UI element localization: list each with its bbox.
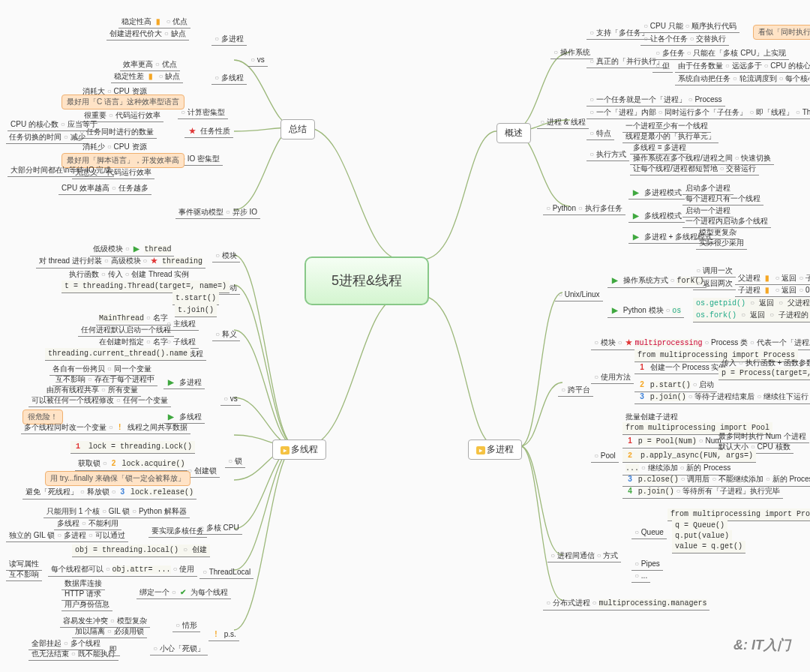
tl4[interactable]: 每个线程都可以 ○ obj.attr= ... ○ 使用 <box>48 563 197 577</box>
pm2[interactable]: os.fork() ○ 返回 ○ 子进程的 ID <box>693 310 810 322</box>
mp-pymod[interactable]: ▶ Python 模块 ○ os <box>608 304 684 318</box>
ov-proc-thread[interactable]: ○ 进程 & 线程 <box>537 116 589 129</box>
ov-par1[interactable]: ○ 多任务 ○ 只能在「多核 CPU」上实现 <box>652 47 789 60</box>
th-cur1[interactable]: threading.current_thread().name <box>45 348 190 361</box>
fk1[interactable]: ○ 调用一次 <box>693 265 736 278</box>
ci-cpu[interactable]: CPU 的核心数 ○ 应当等于 <box>8 118 100 131</box>
ov-ex3[interactable]: 让每个线程/进程都短暂地 ○ 交替运行 <box>630 163 759 176</box>
th-lock1[interactable]: 1 lock = threading.Lock() <box>70 441 195 454</box>
th-m2[interactable]: 对 thread 进行封装 ○ 高级模块 ○ ★ threading <box>36 255 206 268</box>
th-module[interactable]: ○ 模块 <box>212 250 240 262</box>
summary-vs[interactable]: ○ vs <box>248 54 268 67</box>
branch-thread[interactable]: ▸多线程 <box>272 440 326 460</box>
ps-sit[interactable]: ○ 情形 <box>172 620 200 632</box>
summary-task-nature[interactable]: ★ 任务性质 <box>184 125 233 138</box>
ov-cpu2[interactable]: ○ 让各个任务 ○ 交替执行 <box>640 33 729 46</box>
gil4[interactable]: 独立的 GIL 锁 ○ 多进程 ○ 可以通过 <box>6 530 128 542</box>
th-s3[interactable]: t.start() <box>172 292 219 305</box>
th-danger[interactable]: 多个线程同时改一个变量 ○ ! 线程之间共享数据 <box>21 422 190 434</box>
th-ps[interactable]: ! p.s. <box>208 628 239 641</box>
mp-pool[interactable]: ○ Pool <box>591 450 619 463</box>
branch-process[interactable]: ▸多进程 <box>468 440 522 460</box>
tl3[interactable]: 互不影响 <box>6 568 42 581</box>
ipc-q[interactable]: ○ Queue <box>632 526 667 539</box>
callout-c: 最好用「C 语言」这种效率型语言 <box>62 94 184 110</box>
branch-overview[interactable]: 概述 <box>496 123 531 143</box>
io-wait[interactable]: 大部分时间都在\n等待 IO 完成 <box>8 164 114 177</box>
ov-py2[interactable]: ▶ 多线程模式 <box>628 210 685 223</box>
create-cost[interactable]: 创建进程代价大 ○ 缺点 <box>106 28 189 40</box>
pl2[interactable]: 1 p = Pool(Num) ○ Num <box>622 435 724 448</box>
fk2b[interactable]: 子进程 ▮ ○ 返回 ○ 0 <box>735 284 810 297</box>
th-local[interactable]: ○ ThreadLocal <box>200 566 254 579</box>
fk2[interactable]: ○ 返回两次 <box>693 278 736 290</box>
ov-par2a[interactable]: 由于任务数量 ○ 远远多于 ○ CPU 的核心数量 <box>675 60 810 73</box>
gil[interactable]: 只能用到 1 个核 ○ GIL 锁 ○ Python 解释器 <box>44 506 190 518</box>
io-3[interactable]: CPU 效率越高 ○ 任务越多 <box>58 182 152 195</box>
io-1[interactable]: 消耗少 ○ CPU 资源 <box>80 141 150 154</box>
mp-ipc[interactable]: ○ 进程间通信 ○ 方式 <box>548 550 621 562</box>
fk2a[interactable]: 父进程 ▮ ○ 返回 ○ 子进程的 ID <box>735 272 810 285</box>
th-s1[interactable]: 执行函数 ○ 传入 ○ 创建 Thread 实例 <box>66 268 192 281</box>
py3b[interactable]: 实际很少采用 <box>696 237 747 250</box>
efficient[interactable]: 效率更高 ○ 优点 <box>120 58 180 71</box>
stable[interactable]: 稳定性高 ▮ ○ 优点 <box>118 16 190 28</box>
ps4b[interactable]: 即 <box>106 644 120 656</box>
th-s2[interactable]: t = threading.Thread(target=, name=) <box>62 280 230 293</box>
ps4[interactable]: 也无法结束 ○ 既不能执行 <box>28 648 118 661</box>
tl1[interactable]: obj = threading.local() ○ 创建 <box>72 544 210 557</box>
th-defn[interactable]: ○ 释义 <box>212 328 240 341</box>
ov-feature[interactable]: ○ 特点 <box>586 128 614 140</box>
callout-try: 用 try...finally 来确保「锁一定会被释放」 <box>45 471 190 486</box>
u3[interactable]: 3 p.join() ○ 等待子进程结束后 ○ 继续往下运行 <box>634 391 810 404</box>
ov-pt1[interactable]: ○ 一个任务就是一个「进程」 ○ Process <box>586 94 725 106</box>
tl-b3[interactable]: 用户身份信息 <box>62 598 112 611</box>
ipc-p[interactable]: ○ Pipes <box>632 558 663 571</box>
th-vs[interactable]: ○ vs <box>220 393 241 406</box>
mp-os[interactable]: ▶ 操作系统方式 ○ fork() <box>608 274 706 288</box>
th-s4[interactable]: t.join() <box>175 304 217 317</box>
th-lock2[interactable]: 获取锁 ○ 2 lock.acquire() <box>75 458 188 471</box>
branch-summary[interactable]: 总结 <box>280 119 315 140</box>
ov-exec[interactable]: ○ 执行方式 <box>586 148 629 161</box>
ov-cpu1[interactable]: ○ CPU 只能 ○ 顺序执行代码 <box>640 20 740 33</box>
ps2[interactable]: 加以隔离 ○ 必须用锁 <box>72 626 147 638</box>
ov-par2[interactable]: ○ 但 <box>652 60 673 73</box>
tl-bind[interactable]: 绑定一个 ○ ✔ 为每个线程 <box>136 586 231 599</box>
pl3[interactable]: 2 p.apply_async(FUN, args=) <box>622 450 756 463</box>
u1b[interactable]: p = Process(target=, args=) <box>718 368 810 380</box>
u1[interactable]: 1 创建一个 Process 实例 <box>634 362 729 374</box>
th-vs-mp[interactable]: ▶ 多进程 <box>164 376 205 389</box>
th-sn1[interactable]: 在创建时指定 ○ 名字 <box>96 336 171 349</box>
stable-bad[interactable]: 稳定性差 ▮ ○ 缺点 <box>111 70 183 83</box>
th-lock[interactable]: ○ 锁 <box>225 455 245 468</box>
gil2[interactable]: 多线程 ○ 不能利用 <box>54 518 122 530</box>
ci-switch[interactable]: 任务切换的时间 ○ 减少 <box>6 131 88 144</box>
compute-intensive[interactable]: ○ 计算密集型 <box>178 106 228 119</box>
py1b[interactable]: 每个进程只有一个线程 <box>682 193 764 206</box>
ov-python[interactable]: ○ Python ○ 执行多任务 <box>543 202 626 215</box>
ov-par2b[interactable]: 系统自动把任务 ○ 轮流调度到 ○ 每个核心上执行 <box>675 73 810 86</box>
root-node[interactable]: 5进程&线程 <box>304 256 429 305</box>
vs-multithread[interactable]: ○ 多线程 <box>212 72 247 85</box>
mp-unix[interactable]: ○ Unix/Linux <box>555 289 603 302</box>
pm1[interactable]: os.getpid() ○ 返回 ○ 父进程的 ID <box>693 298 810 310</box>
th-lock3[interactable]: 避免「死线程」 ○ 释放锁 ○ 3 lock.release() <box>22 486 196 500</box>
mp-mod[interactable]: ○ 模块 ○ ★multiprocessing ○ Process 类 ○ 代表… <box>591 337 810 350</box>
ipc-e[interactable]: ○ ... <box>632 570 650 583</box>
ov-py1[interactable]: ▶ 多进程模式 <box>628 187 685 200</box>
th-mn2[interactable]: 任何进程默认启动一个线程 <box>78 324 174 337</box>
pl6[interactable]: 4 p.join() ○ 等待所有「子进程」执行完毕 <box>622 485 783 499</box>
mp-cross[interactable]: ○ 跨平台 <box>558 384 593 397</box>
ps-dead[interactable]: ○ 小心「死锁」 <box>150 643 208 656</box>
gil3[interactable]: 要实现多核任务 <box>148 525 207 538</box>
q3[interactable]: value = q.get() <box>672 541 746 554</box>
vs-multiproc[interactable]: ○ 多进程 <box>212 33 247 46</box>
io-intensive[interactable]: ○ IO 密集型 <box>178 153 223 166</box>
mp-usage[interactable]: ○ 使用方法 <box>591 371 634 384</box>
callout-parallel: 看似「同时执行」 <box>753 25 810 40</box>
summary-event[interactable]: 事件驱动模型 ○ 异步 IO <box>176 206 260 219</box>
th-vs4[interactable]: 可以被任何一个线程修改 ○ 任何一个变量 <box>28 394 171 407</box>
ov-pt2[interactable]: ○ 一个「进程」内部 ○ 同时运行多个「子任务」 ○ 即「线程」 ○ Threa… <box>586 106 810 119</box>
mp-dist[interactable]: ○ 分布式进程 ○ multiprocessing.managers <box>543 597 710 610</box>
